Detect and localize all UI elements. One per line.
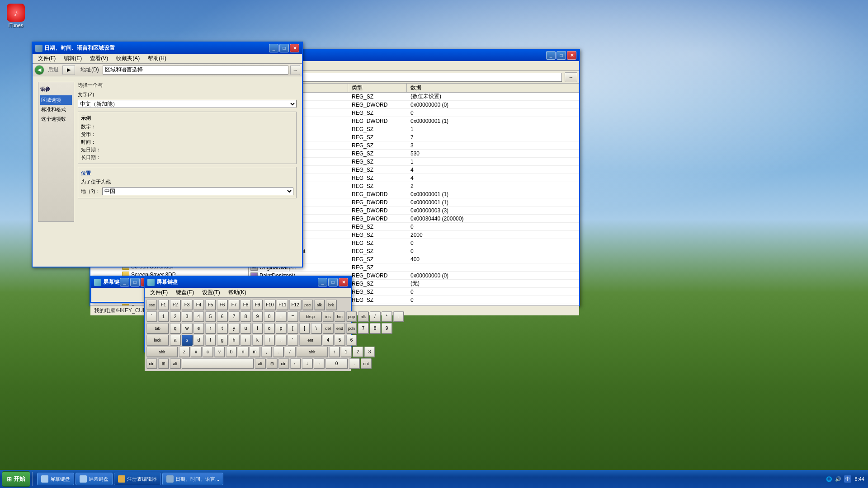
key-numdiv[interactable]: /: [370, 311, 381, 322]
key-0[interactable]: 0: [264, 311, 275, 322]
systray-volume-icon[interactable]: 🔊: [835, 476, 841, 482]
key-lshift[interactable]: shlt: [146, 347, 178, 357]
datetime-sidebar-format[interactable]: 标准和格式: [40, 105, 72, 114]
datetime-go-button[interactable]: →: [290, 65, 300, 75]
key-insert[interactable]: ins: [323, 311, 334, 322]
datetime-location-select[interactable]: 中国: [102, 187, 293, 195]
taskbar-item-datetime[interactable]: 日期、时间、语言...: [162, 473, 223, 485]
datetime-back-button[interactable]: ◀: [34, 65, 44, 75]
osk-menu-settings[interactable]: 设置(T): [198, 288, 223, 297]
datetime-close-button[interactable]: ✕: [290, 44, 299, 52]
osk-maximize-button[interactable]: □: [328, 278, 338, 286]
key-a[interactable]: a: [170, 335, 181, 346]
taskbar-item-osk2[interactable]: 屏幕键盘: [75, 473, 113, 485]
key-lbracket[interactable]: [: [288, 323, 298, 334]
key-d[interactable]: d: [193, 335, 204, 346]
key-up[interactable]: ↑: [329, 347, 340, 357]
key-ralt[interactable]: alt: [255, 358, 266, 369]
key-numdot[interactable]: .: [349, 358, 360, 369]
key-num8[interactable]: 8: [370, 323, 381, 334]
key-8[interactable]: 8: [241, 311, 251, 322]
key-minus[interactable]: -: [276, 311, 287, 322]
key-r[interactable]: r: [205, 323, 216, 334]
key-f8[interactable]: F8: [241, 300, 251, 310]
key-num3[interactable]: 3: [364, 347, 375, 357]
regedit-maximize-button[interactable]: □: [557, 51, 566, 60]
key-f1[interactable]: F1: [158, 300, 169, 310]
key-rshift[interactable]: shlt: [297, 347, 328, 357]
key-f[interactable]: f: [205, 335, 216, 346]
systray-ime-icon[interactable]: 中: [844, 475, 851, 483]
key-5[interactable]: 5: [205, 311, 216, 322]
key-2[interactable]: 2: [170, 311, 181, 322]
itunes-icon[interactable]: ♪ iTunes: [7, 4, 25, 28]
key-n[interactable]: n: [238, 347, 249, 357]
taskbar-item-osk1[interactable]: 屏幕键盘: [37, 473, 74, 485]
datetime-sidebar-regional[interactable]: 区域选项: [40, 95, 72, 105]
key-delete[interactable]: del: [323, 323, 334, 334]
key-numsub[interactable]: -: [393, 311, 404, 322]
key-left[interactable]: ←: [290, 358, 301, 369]
key-f5[interactable]: F5: [205, 300, 216, 310]
key-brk[interactable]: brk: [326, 300, 337, 310]
key-p[interactable]: p: [276, 323, 287, 334]
datetime-forward-button[interactable]: ▶: [62, 65, 75, 75]
key-pagedown[interactable]: pdn: [346, 323, 357, 334]
key-u[interactable]: u: [241, 323, 251, 334]
key-f4[interactable]: F4: [193, 300, 204, 310]
key-6[interactable]: 6: [217, 311, 228, 322]
key-l[interactable]: l: [264, 335, 275, 346]
key-7[interactable]: 7: [229, 311, 240, 322]
key-backslash[interactable]: \: [311, 323, 322, 334]
key-semicolon[interactable]: ;: [276, 335, 287, 346]
osk-menu-keyboard[interactable]: 键盘(E): [172, 288, 198, 297]
key-q[interactable]: q: [170, 323, 181, 334]
key-home[interactable]: hm: [335, 311, 345, 322]
key-o[interactable]: o: [264, 323, 275, 334]
key-num7[interactable]: 7: [358, 323, 369, 334]
datetime-lang-select[interactable]: 中文（新加能）: [78, 100, 297, 108]
key-num2[interactable]: 2: [353, 347, 363, 357]
regedit-close-button[interactable]: ✕: [567, 51, 576, 60]
key-quote[interactable]: ': [288, 335, 298, 346]
key-k[interactable]: k: [252, 335, 263, 346]
key-f11[interactable]: F11: [277, 300, 288, 310]
systray-network-icon[interactable]: 🌐: [826, 476, 832, 482]
key-numlock[interactable]: nlk: [358, 311, 369, 322]
key-slash[interactable]: /: [285, 347, 296, 357]
key-tab[interactable]: tab: [146, 323, 169, 334]
key-num4[interactable]: 4: [323, 335, 334, 346]
key-space[interactable]: [182, 358, 254, 369]
key-g[interactable]: g: [217, 335, 228, 346]
key-equals[interactable]: =: [288, 311, 298, 322]
key-m[interactable]: m: [250, 347, 260, 357]
key-slk[interactable]: slk: [314, 300, 325, 310]
key-c[interactable]: c: [203, 347, 213, 357]
key-rwin[interactable]: ⊞: [267, 358, 278, 369]
start-button[interactable]: ⊞ 开始: [2, 471, 30, 487]
key-num6[interactable]: 6: [346, 335, 357, 346]
key-backtick[interactable]: `: [146, 311, 157, 322]
key-w[interactable]: w: [182, 323, 193, 334]
key-4[interactable]: 4: [193, 311, 204, 322]
datetime-menu-edit[interactable]: 编辑(E): [60, 54, 85, 63]
key-j-i[interactable]: i: [241, 335, 251, 346]
key-i[interactable]: i: [252, 323, 263, 334]
key-enter[interactable]: ent: [299, 335, 322, 346]
osk-menu-file[interactable]: 文件(F): [146, 288, 171, 297]
key-lalt[interactable]: alt: [170, 358, 181, 369]
key-capslock[interactable]: lock: [146, 335, 169, 346]
key-e[interactable]: e: [193, 323, 204, 334]
key-lctrl[interactable]: ctrl: [146, 358, 157, 369]
key-x[interactable]: x: [191, 347, 202, 357]
regedit-minimize-button[interactable]: _: [546, 51, 556, 60]
datetime-menu-fav[interactable]: 收藏夹(A): [113, 54, 143, 63]
osk2-minimize-button[interactable]: _: [120, 278, 129, 286]
taskbar-item-regedit[interactable]: 注册表编辑器: [114, 473, 161, 485]
key-rctrl[interactable]: ctrl: [278, 358, 289, 369]
key-9[interactable]: 9: [252, 311, 263, 322]
datetime-menu-help[interactable]: 帮助(H): [144, 54, 170, 63]
key-f2[interactable]: F2: [170, 300, 181, 310]
key-right[interactable]: →: [314, 358, 325, 369]
datetime-menu-file[interactable]: 文件(F): [34, 54, 59, 63]
